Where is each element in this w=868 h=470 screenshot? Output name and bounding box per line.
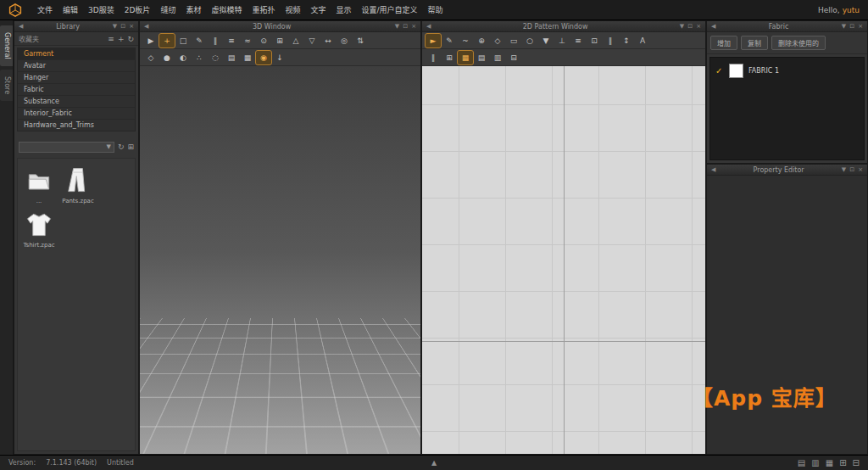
2d-window-float-icon[interactable]: ⊡ [686, 24, 694, 30]
simulate-icon[interactable]: ▶ [143, 34, 159, 48]
button-tool-icon[interactable]: ◎ [337, 34, 352, 48]
fold-arrangement-icon[interactable]: △ [288, 34, 303, 48]
library-menu-caret-icon[interactable]: ▼ [111, 24, 119, 30]
3d-window-menu-caret-icon[interactable]: ▼ [393, 24, 401, 30]
property-editor-close-icon[interactable]: × [856, 167, 865, 173]
notch-tool-icon[interactable]: ⊥ [554, 34, 570, 48]
library-float-icon[interactable]: ⊡ [119, 24, 127, 30]
annotation-icon[interactable]: A [635, 34, 650, 48]
segment-sewing-icon[interactable]: ≡ [224, 34, 239, 48]
library-category-substance[interactable]: Substance [18, 96, 135, 108]
property-editor-float-icon[interactable]: ⊡ [848, 167, 856, 173]
fabric-item-1[interactable]: ✓FABRIC 1 [715, 64, 859, 78]
pin-icon[interactable]: ⊙ [256, 34, 271, 48]
2d-viewport[interactable] [422, 66, 705, 454]
menu-item-6[interactable]: 素材 [181, 1, 206, 19]
side-tab-general[interactable]: General [0, 25, 13, 66]
menu-item-3[interactable]: 3D服装 [83, 1, 120, 19]
polygon-tool-icon[interactable]: ◇ [490, 34, 505, 48]
wind-controller-icon[interactable]: ▽ [304, 34, 320, 48]
property-editor-collapse-icon[interactable]: ◀ [709, 167, 717, 173]
2d-window-close-icon[interactable]: × [694, 24, 703, 30]
add-fabric-button[interactable]: 增加 [710, 36, 737, 50]
menu-item-4[interactable]: 2D板片 [120, 1, 156, 19]
add-favorite-icon[interactable]: + [118, 35, 125, 43]
library-category-garment[interactable]: Garment [18, 48, 135, 60]
avatar-tape-icon[interactable]: ◉ [256, 51, 271, 64]
overlay-view-icon[interactable]: ▥ [490, 51, 505, 64]
texture-view-icon[interactable]: ▦ [458, 51, 473, 64]
mesh-view-icon[interactable]: ▤ [474, 51, 489, 64]
library-file-2[interactable]: Pants.zpac [60, 165, 96, 204]
3d-window-float-icon[interactable]: ⊡ [401, 24, 409, 30]
3d-window-close-icon[interactable]: × [409, 24, 418, 30]
avatar-sizing-icon[interactable]: ◐ [175, 51, 191, 64]
zipper-tool-icon[interactable]: ⇅ [353, 34, 368, 48]
library-file-3[interactable]: Tshirt.zpac [21, 210, 57, 249]
library-close-icon[interactable]: × [127, 24, 136, 30]
edit-pattern-icon[interactable]: ✎ [442, 34, 457, 48]
menu-item-8[interactable]: 重拓扑 [247, 1, 280, 19]
rectangle-tool-icon[interactable]: ▭ [506, 34, 521, 48]
library-file-1[interactable]: ... [21, 165, 57, 204]
library-refresh-icon[interactable]: ↻ [118, 143, 125, 151]
fabric-swatch[interactable] [729, 64, 743, 78]
side-tab-store[interactable]: Store [0, 70, 13, 101]
fabric-float-icon[interactable]: ⊡ [848, 24, 856, 30]
print-layout-icon[interactable]: ⊟ [506, 51, 521, 64]
dart-tool-icon[interactable]: ▼ [538, 34, 554, 48]
show-avatar-icon[interactable]: ● [159, 51, 175, 64]
select-box-icon[interactable]: □ [175, 34, 191, 48]
menu-item-11[interactable]: 显示 [331, 1, 356, 19]
show-garment-icon[interactable]: ◇ [143, 51, 159, 64]
pen-3d-icon[interactable]: ✎ [192, 34, 207, 48]
layout-preset-1-icon[interactable]: ▤ [798, 459, 805, 467]
edit-curvature-icon[interactable]: ~ [458, 34, 473, 48]
3d-window-collapse-icon[interactable]: ◀ [142, 24, 150, 30]
trace-tool-icon[interactable]: ⊡ [587, 34, 602, 48]
show-grid-icon[interactable]: ⊞ [442, 51, 457, 64]
fabric-menu-caret-icon[interactable]: ▼ [840, 24, 848, 30]
layout-preset-2-icon[interactable]: ▥ [811, 459, 819, 467]
seam-allowance-icon[interactable]: ∥ [603, 34, 618, 48]
snapshot-icon[interactable]: ↓ [272, 51, 287, 64]
circle-tool-icon[interactable]: ○ [522, 34, 537, 48]
library-category-hardware_and_trims[interactable]: Hardware_and_Trims [18, 120, 135, 131]
refresh-icon[interactable]: ↻ [127, 35, 134, 43]
sort-icon[interactable]: ≡ [108, 35, 114, 43]
layout-preset-3-icon[interactable]: ▦ [826, 459, 833, 467]
3d-viewport[interactable] [140, 66, 420, 454]
pin-box-icon[interactable]: ⊞ [272, 34, 287, 48]
measure-tape-icon[interactable]: ↔ [320, 34, 336, 48]
library-category-hanger[interactable]: Hanger [18, 72, 135, 84]
library-filter-dropdown[interactable]: ▼ [19, 142, 114, 153]
menu-item-10[interactable]: 文字 [305, 1, 331, 19]
menu-item-7[interactable]: 虚拟模特 [206, 1, 247, 19]
menu-item-5[interactable]: 缝纫 [155, 1, 181, 19]
menu-item-12[interactable]: 设置/用户自定义 [356, 1, 422, 19]
library-category-avatar[interactable]: Avatar [18, 60, 135, 72]
grainline-icon[interactable]: ↕ [619, 34, 634, 48]
transform-pattern-icon[interactable]: ► [426, 34, 441, 48]
menu-item-9[interactable]: 视频 [280, 1, 305, 19]
select-move-icon[interactable]: + [159, 34, 175, 48]
show-sewing-lines-icon[interactable]: ∥ [426, 51, 441, 64]
library-category-fabric[interactable]: Fabric [18, 84, 135, 96]
property-editor-menu-caret-icon[interactable]: ▼ [840, 167, 848, 173]
library-grid-view-icon[interactable]: ⊞ [127, 143, 134, 151]
2d-window-menu-caret-icon[interactable]: ▼ [678, 24, 686, 30]
fabric-close-icon[interactable]: × [856, 24, 865, 30]
edit-sewing-icon[interactable]: ∥ [208, 34, 223, 48]
statusbar-collapse-icon[interactable]: ▲ [431, 459, 437, 467]
arrangement-points-icon[interactable]: ∴ [192, 51, 207, 64]
copy-fabric-button[interactable]: 复制 [741, 36, 768, 50]
menu-item-13[interactable]: 帮助 [423, 1, 448, 19]
fabric-collapse-icon[interactable]: ◀ [709, 24, 717, 30]
2d-window-collapse-icon[interactable]: ◀ [425, 24, 432, 30]
delete-unused-fabric-button[interactable]: 删除未使用的 [771, 36, 826, 50]
menu-item-1[interactable]: 文件 [32, 1, 58, 19]
layout-preset-5-icon[interactable]: ⊟ [853, 459, 860, 467]
library-collapse-icon[interactable]: ◀ [17, 24, 25, 30]
menu-item-2[interactable]: 编辑 [58, 1, 83, 19]
show-mesh-icon[interactable]: ▤ [224, 51, 239, 64]
